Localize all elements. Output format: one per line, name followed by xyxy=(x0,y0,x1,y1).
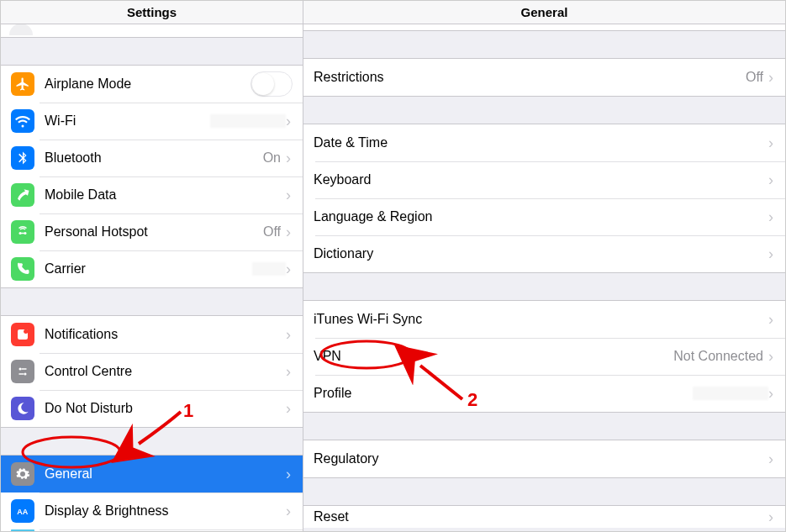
sidebar-group-notifications: Notifications › Control Centre › Do Not … xyxy=(1,315,303,428)
sidebar: Settings Airplane Mode Wi-Fi xyxy=(1,1,303,531)
row-dictionary[interactable]: Dictionary › xyxy=(303,235,785,272)
sidebar-label: Carrier xyxy=(45,261,252,277)
chevron-right-icon: › xyxy=(286,503,291,520)
wifi-value-blurred xyxy=(210,114,286,128)
display-icon: AA xyxy=(11,499,34,523)
chevron-right-icon: › xyxy=(286,150,291,167)
sidebar-label: Airplane Mode xyxy=(45,76,251,92)
sidebar-label: Mobile Data xyxy=(45,187,286,203)
row-language-region[interactable]: Language & Region › xyxy=(303,198,785,235)
sidebar-item-wallpaper[interactable]: Wallpaper xyxy=(1,529,303,531)
row-label: iTunes Wi-Fi Sync xyxy=(314,312,768,327)
sidebar-title: Settings xyxy=(1,1,303,24)
phone-icon xyxy=(11,257,34,281)
sidebar-label: Display & Brightness xyxy=(45,503,286,519)
sidebar-item-hotspot[interactable]: Personal Hotspot Off › xyxy=(1,213,303,250)
svg-point-5 xyxy=(24,373,27,376)
panel-title: General xyxy=(303,1,785,24)
row-label: Date & Time xyxy=(314,135,768,150)
row-keyboard[interactable]: Keyboard › xyxy=(303,161,785,198)
sidebar-label: Wi-Fi xyxy=(45,113,210,129)
sidebar-group-network: Airplane Mode Wi-Fi › Bluetooth xyxy=(1,65,303,288)
moon-icon xyxy=(11,397,34,420)
chevron-right-icon: › xyxy=(768,450,773,468)
chevron-right-icon: › xyxy=(768,134,773,152)
row-itunes-wifi-sync[interactable]: iTunes Wi-Fi Sync › xyxy=(303,301,785,338)
panel-group-reset: Reset › xyxy=(303,505,785,528)
sidebar-label: Control Centre xyxy=(45,364,286,379)
sidebar-value: Off xyxy=(263,224,281,240)
svg-point-4 xyxy=(19,368,22,371)
control-centre-icon xyxy=(11,360,34,383)
row-label: Restrictions xyxy=(314,70,746,85)
bluetooth-icon xyxy=(11,146,34,170)
settings-app: Settings Airplane Mode Wi-Fi xyxy=(0,0,786,532)
hotspot-icon xyxy=(11,220,34,244)
gear-icon xyxy=(11,462,34,486)
panel-group-restrictions: Restrictions Off › xyxy=(303,58,785,97)
sidebar-item-notifications[interactable]: Notifications › xyxy=(1,316,303,353)
sidebar-partial-top xyxy=(1,24,303,38)
panel-scroll[interactable]: Restrictions Off › Date & Time › Keyboar… xyxy=(303,24,785,531)
sidebar-group-general: General › AA Display & Brightness › Wall… xyxy=(1,455,303,531)
airplane-icon xyxy=(11,72,34,96)
row-date-time[interactable]: Date & Time › xyxy=(303,124,785,161)
row-value: Off xyxy=(746,70,763,85)
sidebar-label: Personal Hotspot xyxy=(45,224,263,240)
chevron-right-icon: › xyxy=(768,208,773,226)
row-reset[interactable]: Reset › xyxy=(303,506,785,528)
sidebar-item-mobile-data[interactable]: Mobile Data › xyxy=(1,176,303,213)
wallpaper-icon xyxy=(11,529,34,531)
svg-point-3 xyxy=(24,329,28,334)
notifications-icon xyxy=(11,323,34,346)
chevron-right-icon: › xyxy=(768,348,773,366)
sidebar-item-control-centre[interactable]: Control Centre › xyxy=(1,353,303,390)
sidebar-label: Notifications xyxy=(45,327,286,342)
chevron-right-icon: › xyxy=(286,326,291,344)
sidebar-scroll[interactable]: Airplane Mode Wi-Fi › Bluetooth xyxy=(1,24,303,531)
sidebar-item-carrier[interactable]: Carrier › xyxy=(1,250,303,287)
mobile-data-icon xyxy=(11,183,34,207)
sidebar-item-wifi[interactable]: Wi-Fi › xyxy=(1,103,303,140)
panel-group-regulatory: Regulatory › xyxy=(303,440,785,478)
sidebar-label: Bluetooth xyxy=(45,150,263,166)
chevron-right-icon: › xyxy=(286,261,291,278)
wifi-icon xyxy=(11,109,34,133)
row-label: Dictionary xyxy=(314,246,768,261)
sidebar-item-bluetooth[interactable]: Bluetooth On › xyxy=(1,140,303,176)
row-vpn[interactable]: VPN Not Connected › xyxy=(303,338,785,375)
sidebar-item-general[interactable]: General › xyxy=(1,456,303,492)
profile-value-blurred xyxy=(693,387,768,400)
carrier-value-blurred xyxy=(252,262,286,276)
airplane-toggle[interactable] xyxy=(251,71,293,97)
chevron-right-icon: › xyxy=(286,363,291,381)
sidebar-item-display[interactable]: AA Display & Brightness › xyxy=(1,492,303,529)
row-profile[interactable]: Profile › xyxy=(303,375,785,412)
row-label: Keyboard xyxy=(314,172,768,187)
panel-partial-top xyxy=(303,24,785,31)
row-restrictions[interactable]: Restrictions Off › xyxy=(303,59,785,96)
row-label: VPN xyxy=(314,349,673,364)
chevron-right-icon: › xyxy=(768,245,773,263)
row-label: Regulatory xyxy=(314,451,768,466)
chevron-right-icon: › xyxy=(768,171,773,189)
chevron-right-icon: › xyxy=(286,466,291,483)
panel-group-input: Date & Time › Keyboard › Language & Regi… xyxy=(303,124,785,273)
chevron-right-icon: › xyxy=(286,400,291,418)
chevron-right-icon: › xyxy=(768,385,773,403)
panel-group-sync: iTunes Wi-Fi Sync › VPN Not Connected › … xyxy=(303,300,785,413)
row-label: Profile xyxy=(314,386,693,401)
sidebar-item-airplane[interactable]: Airplane Mode xyxy=(1,66,303,103)
row-label: Language & Region xyxy=(314,209,768,224)
sidebar-value: On xyxy=(263,150,281,166)
chevron-right-icon: › xyxy=(286,187,291,204)
row-value: Not Connected xyxy=(673,349,763,364)
sidebar-item-dnd[interactable]: Do Not Disturb › xyxy=(1,390,303,427)
svg-text:AA: AA xyxy=(17,508,28,516)
row-regulatory[interactable]: Regulatory › xyxy=(303,440,785,477)
chevron-right-icon: › xyxy=(286,224,291,241)
sidebar-label: Wallpaper xyxy=(45,530,293,531)
detail-panel: General Restrictions Off › Date & Time ›… xyxy=(303,1,785,531)
sidebar-label: Do Not Disturb xyxy=(45,401,286,416)
sidebar-label: General xyxy=(45,466,286,482)
